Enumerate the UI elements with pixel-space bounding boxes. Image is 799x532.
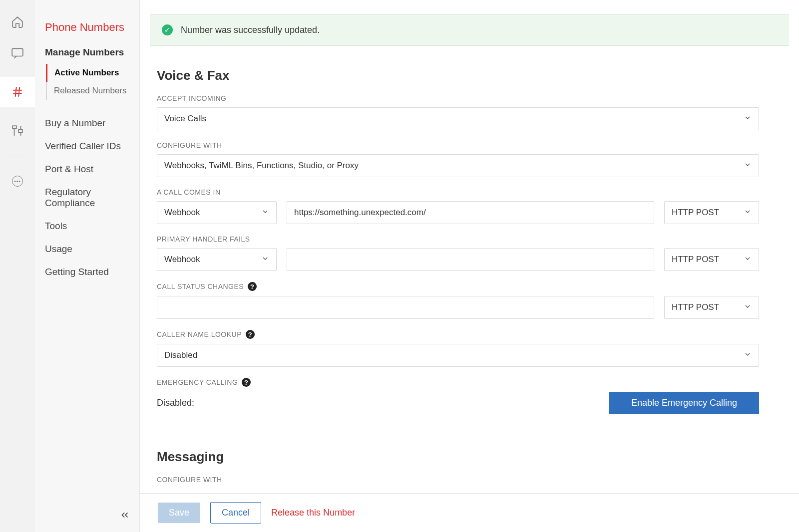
- enable-emergency-button[interactable]: Enable Emergency Calling: [609, 392, 759, 414]
- primary-fails-type-select[interactable]: Webhook: [157, 248, 277, 271]
- call-status-label-text: Call Status Changes: [157, 282, 244, 290]
- primary-fails-method-value: HTTP POST: [672, 255, 719, 265]
- cancel-button[interactable]: Cancel: [210, 502, 261, 524]
- svg-line-3: [15, 87, 16, 97]
- sidebar-item-regulatory[interactable]: Regulatory Compliance: [35, 181, 139, 215]
- call-comes-in-type-value: Webhook: [164, 208, 200, 218]
- accept-incoming-label: Accept Incoming: [157, 94, 759, 102]
- emergency-label: Emergency Calling ?: [157, 378, 759, 387]
- primary-fails-method-select[interactable]: HTTP POST: [664, 248, 759, 271]
- primary-fails-type-value: Webhook: [164, 255, 200, 265]
- help-icon[interactable]: ?: [242, 378, 251, 387]
- call-comes-in-url-input[interactable]: [287, 201, 654, 224]
- chevron-down-icon: [744, 255, 752, 265]
- footer-bar: Save Cancel Release this Number: [140, 493, 799, 532]
- emergency-label-text: Emergency Calling: [157, 378, 238, 386]
- call-status-label: Call Status Changes ?: [157, 282, 759, 291]
- sidebar-item-active-numbers[interactable]: Active Numbers: [46, 64, 139, 82]
- chevron-down-icon: [744, 161, 752, 171]
- sidebar-group-manage[interactable]: Manage Numbers: [35, 47, 139, 64]
- call-status-method-select[interactable]: HTTP POST: [664, 296, 759, 319]
- sidebar-item-port[interactable]: Port & Host: [35, 158, 139, 181]
- configure-with-value: Webhooks, TwiML Bins, Functions, Studio,…: [164, 161, 359, 171]
- home-icon[interactable]: [10, 15, 24, 29]
- chevron-down-icon: [744, 350, 752, 361]
- accept-incoming-value: Voice Calls: [164, 114, 206, 124]
- configure-with-select[interactable]: Webhooks, TwiML Bins, Functions, Studio,…: [157, 154, 759, 177]
- messaging-configure-with-label: Configure With: [157, 476, 759, 484]
- sidebar-item-buy[interactable]: Buy a Number: [35, 112, 139, 135]
- help-icon[interactable]: ?: [246, 330, 255, 339]
- svg-rect-5: [12, 126, 16, 128]
- accept-incoming-select[interactable]: Voice Calls: [157, 107, 759, 130]
- sidebar: Phone Numbers Manage Numbers Active Numb…: [35, 0, 140, 532]
- call-comes-in-method-select[interactable]: HTTP POST: [664, 201, 759, 224]
- primary-fails-url-input[interactable]: [287, 248, 654, 271]
- hash-icon[interactable]: [10, 85, 24, 99]
- call-comes-in-url-field[interactable]: [294, 202, 647, 224]
- caller-name-value: Disabled: [164, 350, 197, 360]
- settings-icon[interactable]: [10, 124, 24, 138]
- success-alert: ✓ Number was successfully updated.: [150, 14, 789, 46]
- help-icon[interactable]: ?: [248, 282, 257, 291]
- check-circle-icon: ✓: [162, 24, 173, 35]
- sidebar-item-getting-started[interactable]: Getting Started: [35, 261, 139, 283]
- call-status-url-input[interactable]: [157, 296, 654, 319]
- chevron-down-icon: [261, 255, 269, 265]
- svg-rect-6: [18, 130, 22, 132]
- primary-fails-url-field[interactable]: [294, 249, 647, 270]
- caller-name-select[interactable]: Disabled: [157, 344, 759, 367]
- caller-name-label-text: Caller Name Lookup: [157, 330, 242, 338]
- sidebar-item-usage[interactable]: Usage: [35, 238, 139, 261]
- call-comes-in-label: A Call Comes In: [157, 188, 759, 196]
- primary-fails-label: Primary Handler Fails: [157, 235, 759, 243]
- icon-rail: •••: [0, 0, 35, 532]
- rail-divider: [8, 157, 26, 159]
- more-icon[interactable]: •••: [12, 176, 23, 187]
- release-number-link[interactable]: Release this Number: [271, 508, 355, 518]
- voice-fax-heading: Voice & Fax: [157, 68, 759, 83]
- call-comes-in-type-select[interactable]: Webhook: [157, 201, 277, 224]
- call-status-method-value: HTTP POST: [672, 302, 719, 312]
- chevron-down-icon: [744, 208, 752, 218]
- caller-name-label: Caller Name Lookup ?: [157, 330, 759, 339]
- configure-with-label: Configure With: [157, 141, 759, 149]
- sidebar-item-tools[interactable]: Tools: [35, 215, 139, 238]
- call-comes-in-method-value: HTTP POST: [672, 208, 719, 218]
- collapse-sidebar-icon[interactable]: [119, 510, 130, 523]
- sidebar-title: Phone Numbers: [35, 21, 139, 47]
- call-status-url-field[interactable]: [164, 296, 647, 318]
- emergency-status: Disabled:: [157, 398, 194, 408]
- sidebar-item-released-numbers[interactable]: Released Numbers: [46, 82, 139, 100]
- sidebar-item-verified[interactable]: Verified Caller IDs: [35, 135, 139, 158]
- svg-line-4: [18, 87, 19, 97]
- svg-rect-0: [12, 48, 23, 56]
- chat-icon[interactable]: [10, 46, 24, 60]
- alert-text: Number was successfully updated.: [181, 25, 320, 35]
- chevron-down-icon: [261, 208, 269, 218]
- save-button[interactable]: Save: [158, 503, 200, 523]
- messaging-heading: Messaging: [157, 449, 759, 465]
- chevron-down-icon: [744, 302, 752, 313]
- chevron-down-icon: [744, 114, 752, 124]
